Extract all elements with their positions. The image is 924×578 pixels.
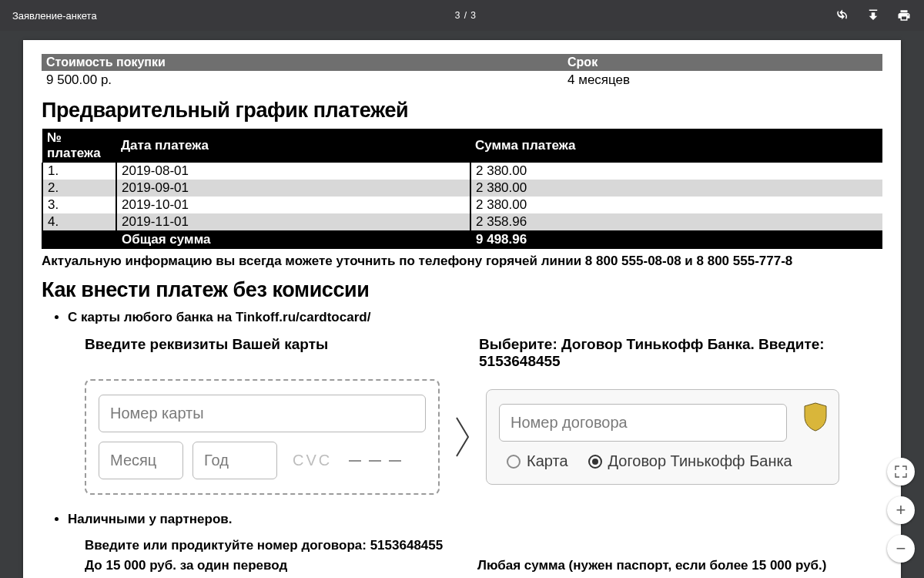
card-year-field: Год — [192, 442, 277, 479]
schedule-col-num: № платежа — [42, 129, 116, 163]
schedule-total-label: Общая сумма — [116, 230, 470, 249]
download-button[interactable] — [865, 8, 881, 23]
schedule-row: 4. 2019-11-01 2 358.96 — [42, 213, 882, 230]
contract-number-field: Номер договора — [499, 404, 787, 442]
document-title: Заявление-анкета — [12, 10, 97, 22]
method-cardtocard-title: С карты любого банка на Tinkoff.ru/cardt… — [68, 310, 882, 325]
chevron-right-icon — [452, 414, 474, 460]
purchase-cost-value: 9 500.00 р. — [42, 71, 563, 89]
card-month-field: Месяц — [99, 442, 183, 479]
bank-shield-icon — [803, 402, 828, 432]
method-cash-title: Наличными у партнеров. — [68, 512, 882, 527]
schedule-row: 3. 2019-10-01 2 380.00 — [42, 197, 882, 213]
schedule-total-value: 9 498.96 — [470, 230, 882, 249]
zoom-in-button[interactable]: + — [887, 496, 915, 524]
destination-card-panel: Номер договора Карта Договор Тинькофф Ба… — [486, 389, 839, 485]
purchase-value-row: 9 500.00 р. 4 месяцев — [42, 71, 882, 89]
card-left-caption: Введите реквизиты Вашей карты — [85, 336, 445, 353]
fit-page-button[interactable] — [887, 458, 915, 486]
source-card-panel: Номер карты Месяц Год CVC — [85, 379, 440, 495]
purchase-term-label: Срок — [563, 54, 882, 71]
hotline-note: Актуальную информацию вы всегда можете у… — [42, 254, 882, 269]
rotate-button[interactable] — [835, 8, 850, 23]
cash-limit-right: Любая сумма (нужен паспорт, если более 1… — [477, 558, 839, 573]
document-page: Стоимость покупки Срок 9 500.00 р. 4 мес… — [23, 40, 901, 578]
zoom-out-button[interactable]: − — [887, 535, 915, 563]
pdf-toolbar: Заявление-анкета 3 / 3 — [0, 0, 924, 31]
schedule-col-amount: Сумма платежа — [470, 129, 882, 163]
card-right-caption: Выберите: Договор Тинькофф Банка. Введит… — [479, 336, 839, 370]
schedule-row: 2. 2019-09-01 2 380.00 — [42, 180, 882, 197]
schedule-row: 1. 2019-08-01 2 380.00 — [42, 163, 882, 180]
viewport: Стоимость покупки Срок 9 500.00 р. 4 мес… — [0, 31, 924, 578]
cvc-placeholder — [349, 460, 401, 462]
radio-contract: Договор Тинькофф Банка — [588, 452, 792, 470]
cvc-label: CVC — [293, 452, 332, 469]
radio-card: Карта — [507, 452, 568, 470]
howto-heading: Как внести платеж без комиссии — [42, 278, 882, 302]
cash-limit-left: До 15 000 руб. за один перевод — [85, 558, 447, 573]
schedule-col-date: Дата платежа — [116, 129, 470, 163]
schedule-heading: Предварительный график платежей — [42, 99, 882, 123]
purchase-header-row: Стоимость покупки Срок — [42, 54, 882, 71]
purchase-term-value: 4 месяцев — [563, 71, 882, 89]
schedule-table: № платежа Дата платежа Сумма платежа 1. … — [42, 129, 882, 249]
cards-row: Номер карты Месяц Год CVC Номер договора — [85, 379, 839, 495]
purchase-cost-label: Стоимость покупки — [42, 54, 563, 71]
page-indicator: 3 / 3 — [97, 10, 835, 21]
print-button[interactable] — [896, 8, 912, 23]
card-number-field: Номер карты — [99, 395, 426, 432]
method-cash-instruction: Введите или продиктуйте номер договора: … — [85, 538, 882, 553]
